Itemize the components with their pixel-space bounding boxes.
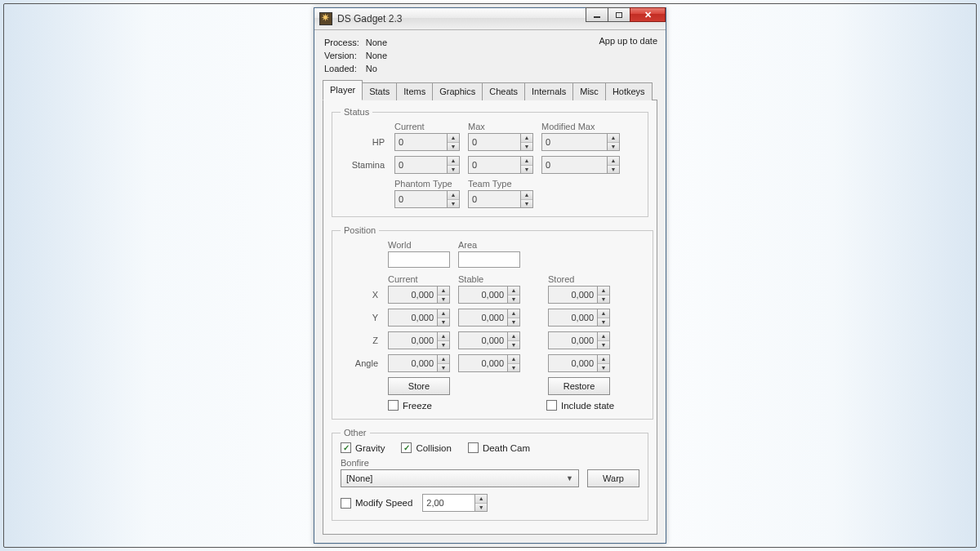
tab-misc[interactable]: Misc: [572, 82, 606, 100]
update-status: App up to date: [599, 35, 657, 46]
phantom-type-label: Phantom Type: [394, 179, 460, 189]
hp-modmax-spinner[interactable]: ▲▼: [607, 133, 620, 151]
process-info: Process: None Version: None Loaded: No: [323, 35, 394, 76]
stamina-modmax-input[interactable]: [541, 156, 607, 174]
tab-player[interactable]: Player: [323, 80, 363, 100]
speed-input[interactable]: [422, 494, 474, 512]
checkbox-icon: [401, 442, 412, 453]
area-label: Area: [458, 240, 520, 250]
group-status: Status Current Max Modified Max HP ▲▼ ▲▼…: [332, 107, 648, 217]
area-input[interactable]: [458, 251, 520, 268]
include-state-checkbox[interactable]: Include state: [546, 400, 644, 411]
checkbox-icon: [341, 442, 351, 453]
y-stable-input[interactable]: [458, 309, 507, 327]
app-window: DS Gadget 2.3 Process: None Version: Non…: [314, 7, 666, 544]
team-type-input[interactable]: [468, 190, 520, 208]
version-label: Version:: [324, 50, 364, 61]
hp-max-spinner[interactable]: ▲▼: [520, 133, 533, 151]
process-value: None: [366, 37, 392, 48]
hp-modmax-input[interactable]: [541, 133, 607, 151]
collision-checkbox[interactable]: Collision: [401, 442, 451, 453]
modify-speed-checkbox[interactable]: Modify Speed: [341, 498, 412, 509]
checkbox-icon: [468, 442, 479, 453]
phantom-type-spinner[interactable]: ▲▼: [447, 190, 460, 208]
tabpage-player: Status Current Max Modified Max HP ▲▼ ▲▼…: [323, 100, 657, 535]
x-stored-input[interactable]: [548, 286, 597, 304]
loaded-value: No: [366, 63, 392, 74]
store-button[interactable]: Store: [388, 377, 450, 395]
world-input[interactable]: [388, 251, 450, 268]
close-button[interactable]: [630, 7, 666, 22]
checkbox-icon: [388, 400, 399, 411]
group-position-legend: Position: [341, 225, 379, 235]
angle-current-input[interactable]: [388, 354, 437, 372]
checkbox-icon: [341, 498, 351, 509]
z-stored-input[interactable]: [548, 331, 597, 349]
client-area: Process: None Version: None Loaded: No A…: [314, 30, 666, 543]
tab-hotkeys[interactable]: Hotkeys: [605, 82, 653, 100]
phantom-type-input[interactable]: [394, 190, 447, 208]
world-label: World: [388, 240, 450, 250]
deathcam-checkbox[interactable]: Death Cam: [468, 442, 530, 453]
tab-items[interactable]: Items: [396, 82, 433, 100]
hp-current-spinner[interactable]: ▲▼: [447, 133, 460, 151]
minimize-button[interactable]: [586, 7, 608, 22]
maximize-button[interactable]: [608, 7, 630, 22]
team-type-label: Team Type: [468, 179, 533, 189]
x-current-input[interactable]: [388, 286, 437, 304]
y-current-input[interactable]: [388, 309, 437, 327]
angle-stable-input[interactable]: [458, 354, 507, 372]
chevron-down-icon: ▼: [566, 474, 573, 482]
window-title: DS Gadget 2.3: [337, 13, 402, 24]
version-value: None: [366, 50, 392, 61]
y-stored-input[interactable]: [548, 309, 597, 327]
pos-col-current: Current: [388, 274, 450, 284]
hp-label: HP: [341, 137, 386, 147]
tab-internals[interactable]: Internals: [524, 82, 573, 100]
col-current-label: Current: [394, 122, 460, 131]
tab-graphics[interactable]: Graphics: [432, 82, 483, 100]
x-label: X: [341, 290, 380, 300]
bonfire-combobox[interactable]: [None] ▼: [341, 469, 579, 487]
group-position: Position World Area Current Stable St: [332, 225, 653, 420]
hp-max-input[interactable]: [468, 133, 520, 151]
group-other-legend: Other: [341, 428, 370, 438]
warp-button[interactable]: Warp: [587, 469, 639, 487]
loaded-label: Loaded:: [324, 63, 364, 74]
group-other: Other Gravity Collision Death Cam: [332, 428, 648, 521]
angle-label: Angle: [341, 358, 380, 368]
hp-current-input[interactable]: [394, 133, 447, 151]
stamina-max-spinner[interactable]: ▲▼: [520, 156, 533, 174]
speed-spinner[interactable]: ▲▼: [474, 494, 488, 512]
app-icon: [319, 12, 332, 25]
tab-stats[interactable]: Stats: [362, 82, 397, 100]
bonfire-value: [None]: [346, 473, 372, 483]
header-row: Process: None Version: None Loaded: No A…: [323, 35, 657, 76]
z-stable-input[interactable]: [458, 331, 507, 349]
group-status-legend: Status: [341, 107, 372, 117]
titlebar[interactable]: DS Gadget 2.3: [314, 8, 666, 30]
team-type-spinner[interactable]: ▲▼: [520, 190, 533, 208]
gravity-checkbox[interactable]: Gravity: [341, 442, 385, 453]
freeze-checkbox[interactable]: Freeze: [388, 400, 519, 411]
col-max-label: Max: [468, 122, 533, 131]
process-label: Process:: [324, 37, 364, 48]
x-stable-input[interactable]: [458, 286, 507, 304]
restore-button[interactable]: Restore: [548, 377, 610, 395]
stamina-current-input[interactable]: [394, 156, 447, 174]
pos-col-stored: Stored: [548, 274, 610, 284]
stamina-label: Stamina: [341, 160, 386, 170]
angle-stored-input[interactable]: [548, 354, 597, 372]
stamina-max-input[interactable]: [468, 156, 520, 174]
tab-cheats[interactable]: Cheats: [482, 82, 525, 100]
stamina-modmax-spinner[interactable]: ▲▼: [607, 156, 620, 174]
checkbox-icon: [546, 400, 557, 411]
window-controls: [586, 7, 666, 24]
pos-col-stable: Stable: [458, 274, 520, 284]
z-label: Z: [341, 335, 380, 345]
y-label: Y: [341, 313, 380, 322]
bonfire-label: Bonfire: [341, 458, 639, 468]
z-current-input[interactable]: [388, 331, 437, 349]
stamina-current-spinner[interactable]: ▲▼: [447, 156, 460, 174]
col-modmax-label: Modified Max: [541, 122, 620, 131]
